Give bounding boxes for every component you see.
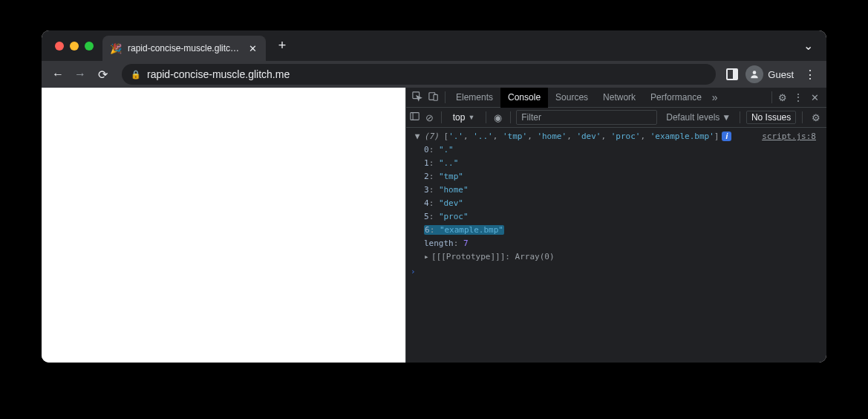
entry-text: 2: "tmp" [424,171,822,183]
profile-label: Guest [768,69,794,80]
avatar-icon [745,65,763,83]
entry-text: 5: "proc" [424,211,822,223]
chevron-down-icon: ▼ [722,112,731,123]
url-text: rapid-concise-muscle.glitch.me [147,68,290,80]
tab-elements[interactable]: Elements [448,88,500,108]
tab-title: rapid-concise-muscle.glitch.me [128,43,241,53]
svg-point-0 [753,71,757,74]
lock-icon: 🔒 [131,70,141,79]
new-tab-button[interactable]: + [272,36,293,56]
length-text: length: 7 [424,238,822,250]
entry-text: 4: "dev" [424,198,822,210]
prototype-entry[interactable]: ▸[[[Prototype]]]: Array(0) [406,250,826,264]
entry-text: 3: "home" [424,184,822,196]
console-sidebar-icon[interactable] [409,111,421,123]
tab-favicon: 🎉 [110,43,122,54]
browser-menu-icon[interactable]: ⋮ [801,68,819,82]
array-summary: (7) ['.', '..', 'tmp', 'home', 'dev', 'p… [424,131,762,143]
console-settings-icon[interactable]: ⚙ [809,112,823,123]
console-message[interactable]: ▼ (7) ['.', '..', 'tmp', 'home', 'dev', … [406,130,826,143]
devtools-menu-icon[interactable]: ⋮ [790,91,806,103]
array-entry[interactable]: 3: "home" [406,183,826,197]
entry-text: 0: "." [424,144,822,156]
svg-rect-4 [411,113,419,120]
devtools-close-icon[interactable]: ✕ [806,92,823,103]
tab-performance[interactable]: Performance [643,88,709,108]
tabs-overflow-icon[interactable]: » [709,91,721,103]
window-controls [48,42,102,51]
profile-button[interactable]: Guest [745,65,794,83]
entry-text: 6: "example.bmp" [424,224,822,236]
prototype-text: ▸[[[Prototype]]]: Array(0) [424,251,822,263]
close-window-button[interactable] [55,42,64,51]
browser-window: 🎉 rapid-concise-muscle.glitch.me ✕ + ⌄ ←… [42,30,826,363]
tab-network[interactable]: Network [595,88,643,108]
console-prompt[interactable]: › [406,264,826,280]
log-levels-selector[interactable]: Default levels ▼ [663,112,734,123]
minimize-window-button[interactable] [70,42,79,51]
context-label: top [453,112,466,123]
console-output: ▼ (7) ['.', '..', 'tmp', 'home', 'dev', … [406,128,826,363]
inspect-element-icon[interactable] [409,91,425,104]
length-entry[interactable]: length: 7 [406,237,826,250]
tab-strip: 🎉 rapid-concise-muscle.glitch.me ✕ + ⌄ [42,30,826,61]
clear-console-icon[interactable]: ⊘ [424,112,436,123]
info-badge-icon[interactable]: i [722,131,731,141]
expand-icon[interactable]: ▸ [424,251,431,263]
chevron-down-icon: ▼ [468,114,474,121]
console-toolbar: ⊘ top ▼ ◉ Default levels ▼ No Issues [406,108,826,128]
browser-tab[interactable]: 🎉 rapid-concise-muscle.glitch.me ✕ [102,36,266,61]
console-filter-input[interactable] [516,110,657,125]
tab-close-icon[interactable]: ✕ [247,43,258,54]
devtools-tabbar: Elements Console Sources Network Perform… [406,88,826,108]
page-viewport[interactable] [42,88,405,363]
tab-console[interactable]: Console [500,88,548,108]
side-panel-icon[interactable] [726,68,738,80]
tab-overflow-icon[interactable]: ⌄ [803,39,820,53]
forward-button[interactable]: → [71,68,89,81]
issues-button[interactable]: No Issues [746,111,796,124]
svg-rect-3 [434,94,437,100]
live-expression-icon[interactable]: ◉ [492,112,504,123]
devtools-settings-icon[interactable]: ⚙ [775,92,790,103]
reload-button[interactable]: ⟳ [94,68,111,82]
context-selector[interactable]: top ▼ [448,111,480,123]
entry-text: 1: ".." [424,157,822,169]
content-area: Elements Console Sources Network Perform… [42,88,826,363]
levels-label: Default levels [666,112,719,123]
array-entry[interactable]: 0: "." [406,143,826,157]
browser-toolbar: ← → ⟳ 🔒 rapid-concise-muscle.glitch.me G… [42,61,826,88]
source-link[interactable]: script.js:8 [762,131,822,143]
maximize-window-button[interactable] [85,42,94,51]
back-button[interactable]: ← [49,68,67,81]
toolbar-right: Guest ⋮ [726,65,819,83]
array-entry[interactable]: 5: "proc" [406,210,826,224]
devtools-panel: Elements Console Sources Network Perform… [405,88,826,363]
array-entry[interactable]: 4: "dev" [406,197,826,210]
array-entry[interactable]: 6: "example.bmp" [406,224,826,237]
array-entry[interactable]: 2: "tmp" [406,170,826,183]
tab-sources[interactable]: Sources [548,88,595,108]
address-bar[interactable]: 🔒 rapid-concise-muscle.glitch.me [122,64,716,85]
array-entry[interactable]: 1: ".." [406,157,826,170]
device-toolbar-icon[interactable] [425,91,442,104]
collapse-icon[interactable]: ▼ [414,131,421,143]
